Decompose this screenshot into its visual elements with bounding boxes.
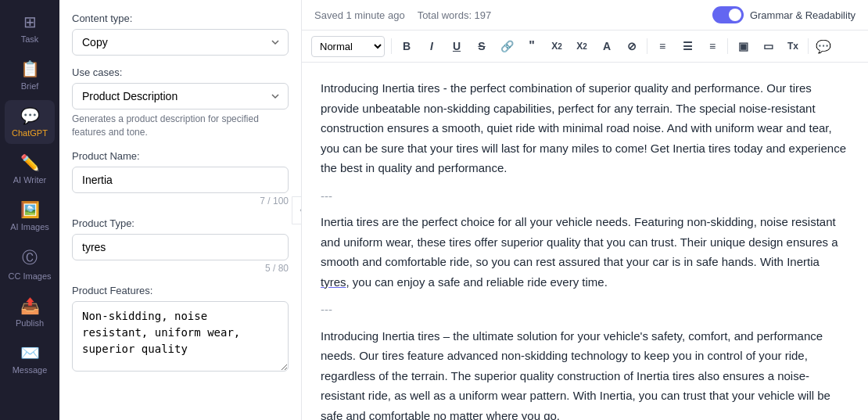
nav-ai-images-label: AI Images (10, 222, 49, 232)
sidebar-item-chatgpt[interactable]: 💬 ChatGPT (5, 100, 55, 144)
left-navigation: ⊞ Task 📋 Brief 💬 ChatGPT ✏️ AI Writer 🖼️… (0, 0, 59, 420)
nav-task-label: Task (21, 34, 39, 44)
toolbar-separator-4 (808, 38, 809, 54)
product-features-label: Product Features: (72, 285, 289, 296)
content-type-select[interactable]: Copy Article Blog Post Social Media (72, 29, 289, 56)
cc-images-icon: Ⓒ (22, 247, 38, 268)
superscript-button[interactable]: X2 (570, 35, 594, 57)
use-cases-label: Use cases: (72, 66, 289, 78)
toolbar-separator-3 (727, 38, 728, 54)
editor-content[interactable]: Introducing Inertia tires - the perfect … (302, 63, 868, 420)
sidebar-item-cc-images[interactable]: Ⓒ CC Images (5, 241, 55, 287)
bold-button[interactable]: B (395, 35, 418, 57)
format-toolbar: Normal Heading 1 Heading 2 Heading 3 B I… (302, 31, 868, 63)
format-style-select[interactable]: Normal Heading 1 Heading 2 Heading 3 (311, 36, 385, 57)
grammar-label: Grammar & Readability (750, 9, 855, 21)
blockquote-button[interactable]: " (520, 35, 543, 57)
publish-icon: 📤 (20, 296, 40, 315)
task-icon: ⊞ (23, 13, 37, 31)
align-button[interactable]: ≡ (701, 35, 724, 57)
content-type-label: Content type: (72, 13, 289, 24)
sidebar-item-task[interactable]: ⊞ Task (5, 6, 55, 50)
editor-area: Saved 1 minute ago Total words: 197 Gram… (302, 0, 868, 420)
sidebar-panel: Content type: Copy Article Blog Post Soc… (59, 0, 302, 420)
chatgpt-icon: 💬 (20, 106, 40, 125)
product-name-input[interactable] (72, 167, 289, 193)
grammar-toggle[interactable] (712, 6, 744, 23)
ai-writer-icon: ✏️ (20, 153, 40, 172)
separator-2: --- (321, 300, 849, 320)
brief-icon: 📋 (20, 59, 40, 78)
top-bar: Saved 1 minute ago Total words: 197 Gram… (302, 0, 868, 31)
unordered-list-button[interactable]: ☰ (676, 35, 699, 57)
grammar-toggle-container: Grammar & Readability (712, 6, 855, 23)
sidebar-item-ai-images[interactable]: 🖼️ AI Images (5, 194, 55, 238)
product-type-input[interactable] (72, 234, 289, 260)
text-format-button[interactable]: Tx (781, 35, 805, 57)
separator-1: --- (321, 186, 849, 206)
message-icon: ✉️ (20, 343, 40, 362)
use-case-select[interactable]: Product Description Product Review Landi… (72, 83, 289, 109)
nav-ai-writer-label: AI Writer (13, 175, 47, 185)
underline-word: tyres (321, 275, 346, 289)
product-features-textarea[interactable]: Non-skidding, noise resistant, uniform w… (72, 301, 289, 372)
saved-status: Saved 1 minute ago (314, 9, 405, 21)
sidebar-item-brief[interactable]: 📋 Brief (5, 53, 55, 97)
toolbar-separator-1 (391, 38, 392, 54)
product-name-char: 7 / 100 (72, 196, 289, 206)
paragraph-2: Inertia tires are the perfect choice for… (321, 212, 849, 292)
toolbar-separator-2 (647, 38, 647, 54)
product-type-char: 5 / 80 (72, 263, 289, 274)
comment-button[interactable]: 💬 (812, 35, 835, 57)
strikethrough-button[interactable]: S (470, 35, 493, 57)
nav-brief-label: Brief (21, 81, 39, 91)
product-type-label: Product Type: (72, 217, 289, 229)
nav-publish-label: Publish (16, 318, 44, 328)
sidebar-item-publish[interactable]: 📤 Publish (5, 290, 55, 334)
collapse-sidebar-button[interactable]: ‹ (292, 196, 302, 224)
subscript-button[interactable]: X2 (545, 35, 569, 57)
underline-button[interactable]: U (445, 35, 468, 57)
italic-button[interactable]: I (420, 35, 443, 57)
use-case-hint: Generates a product description for spec… (72, 113, 289, 139)
paragraph-3: Introducing Inertia tires – the ultimate… (321, 326, 849, 421)
sidebar-item-message[interactable]: ✉️ Message (5, 337, 55, 381)
link-button[interactable]: 🔗 (495, 35, 518, 57)
nav-message-label: Message (13, 365, 48, 375)
toggle-thumb (729, 9, 741, 21)
clear-format-button[interactable]: ⊘ (620, 35, 644, 57)
table-button[interactable]: ▭ (756, 35, 780, 57)
text-color-button[interactable]: A (595, 35, 619, 57)
image-button[interactable]: ▣ (731, 35, 755, 57)
paragraph-1: Introducing Inertia tires - the perfect … (321, 78, 849, 178)
product-name-label: Product Name: (72, 150, 289, 162)
ai-images-icon: 🖼️ (20, 200, 40, 219)
nav-chatgpt-label: ChatGPT (12, 128, 48, 138)
word-count: Total words: 197 (418, 9, 492, 21)
sidebar-item-ai-writer[interactable]: ✏️ AI Writer (5, 147, 55, 191)
nav-cc-images-label: CC Images (8, 271, 51, 281)
ordered-list-button[interactable]: ≡ (651, 35, 674, 57)
